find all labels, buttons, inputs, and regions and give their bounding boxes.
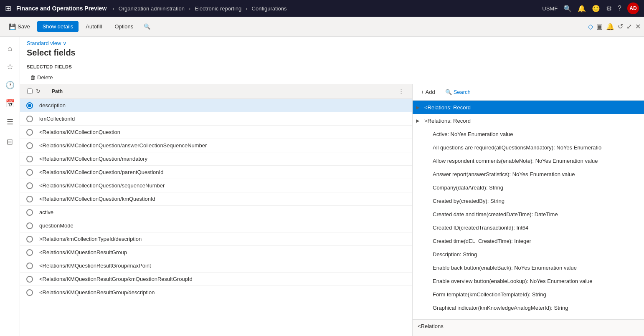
tree-item-label: Company(dataAreaId): String — [433, 184, 641, 191]
right-panel-footer: <Relations — [413, 319, 644, 336]
header-checkbox[interactable] — [27, 88, 33, 94]
settings-icon[interactable]: ⚙ — [606, 5, 612, 13]
page-header: Standard view ∨ Select fields — [20, 37, 644, 63]
diamond-icon[interactable]: ◇ — [588, 23, 593, 30]
delete-button[interactable]: 🗑 Delete — [27, 73, 56, 82]
tree-item-12[interactable]: Enable back button(enableBack): NoYes En… — [413, 261, 644, 274]
radio-indicator — [26, 102, 33, 109]
close-icon[interactable]: ✕ — [635, 23, 641, 30]
autofill-button[interactable]: Autofill — [80, 21, 107, 32]
avatar[interactable]: AD — [627, 3, 639, 14]
sidebar-home-icon[interactable]: ⌂ — [2, 40, 18, 57]
tree-item-label: Allow respondent comments(enableNote): N… — [433, 158, 641, 164]
search-button[interactable]: 🔍 Search — [442, 87, 474, 97]
table-row[interactable]: <Relations/KMQuestionResultGroup/maxPoin… — [20, 259, 412, 273]
grid-icon[interactable]: ⊞ — [5, 4, 11, 13]
tree-item-16[interactable]: Modified by(modifiedBy): String — [413, 314, 644, 319]
tree-item-3[interactable]: All questions are required(allQuestionsM… — [413, 141, 644, 154]
row-radio-14[interactable] — [23, 289, 36, 296]
row-radio-12[interactable] — [23, 263, 36, 269]
chevron-icon: ▶ — [416, 118, 424, 124]
help-icon[interactable]: ? — [618, 5, 621, 12]
tree-item-label: Active: NoYes Enumeration value — [433, 131, 641, 137]
table-body: descriptionkmCollectionId<Relations/KMCo… — [20, 99, 412, 336]
radio-indicator — [26, 196, 33, 202]
layout-icon[interactable]: ▣ — [596, 23, 603, 30]
table-row[interactable]: questionMode — [20, 219, 412, 232]
save-icon: 💾 — [9, 23, 16, 30]
toolbar-search-input[interactable] — [152, 23, 222, 30]
sidebar-calendar-icon[interactable]: 📅 — [2, 95, 18, 112]
row-radio-8[interactable] — [23, 209, 36, 216]
add-button[interactable]: + Add — [418, 87, 439, 97]
tree-item-1[interactable]: ▶>Relations: Record — [413, 114, 644, 127]
tree-item-6[interactable]: Company(dataAreaId): String — [413, 181, 644, 194]
row-radio-7[interactable] — [23, 196, 36, 202]
row-radio-1[interactable] — [23, 116, 36, 122]
row-radio-6[interactable] — [23, 182, 36, 189]
tree-item-9[interactable]: Created ID(createdTransactionId): Int64 — [413, 221, 644, 234]
tree-item-label: Enable overview button(enableLookup): No… — [433, 278, 641, 284]
table-row[interactable]: <Relations/KMCollectionQuestion/mandator… — [20, 152, 412, 166]
table-row[interactable]: <Relations/KMCollectionQuestion/parentQu… — [20, 166, 412, 179]
refresh-col-icon[interactable]: ↻ — [36, 88, 48, 94]
chevron-icon: ▶ — [416, 105, 424, 110]
refresh-icon[interactable]: ↺ — [618, 23, 623, 30]
column-menu-icon[interactable]: ⋮ — [398, 88, 408, 94]
table-row[interactable]: <Relations/KMCollectionQuestion — [20, 126, 412, 139]
row-radio-10[interactable] — [23, 236, 36, 243]
row-radio-13[interactable] — [23, 276, 36, 283]
tree-item-10[interactable]: Created time(dEL_CreatedTime): Integer — [413, 234, 644, 248]
row-radio-11[interactable] — [23, 249, 36, 256]
sidebar-list-icon[interactable]: ☰ — [2, 114, 18, 130]
tree-item-15[interactable]: Graphical indicator(kmKnowledgeAnalogMet… — [413, 301, 644, 314]
table-row[interactable]: active — [20, 206, 412, 219]
table-row[interactable]: <Relations/KMCollectionQuestion/kmQuesti… — [20, 192, 412, 206]
options-button[interactable]: Options — [109, 21, 139, 32]
notification-badge-icon[interactable]: 🔔 — [606, 23, 614, 30]
table-row[interactable]: <Relations/KMQuestionResultGroup — [20, 246, 412, 259]
table-row[interactable]: <Relations/KMQuestionResultGroup/descrip… — [20, 286, 412, 299]
tree-item-4[interactable]: Allow respondent comments(enableNote): N… — [413, 154, 644, 167]
tree-item-13[interactable]: Enable overview button(enableLookup): No… — [413, 274, 644, 288]
tree-item-7[interactable]: Created by(createdBy): String — [413, 194, 644, 207]
radio-indicator — [26, 142, 33, 149]
table-row[interactable]: <Relations/KMCollectionQuestion/answerCo… — [20, 139, 412, 152]
emoji-icon[interactable]: 🙂 — [592, 5, 600, 13]
path-cell: description — [36, 102, 408, 109]
table-row[interactable]: <Relations/KMQuestionResultGroup/kmQuest… — [20, 273, 412, 286]
row-radio-9[interactable] — [23, 222, 36, 229]
breadcrumb-er[interactable]: Electronic reporting — [195, 5, 241, 12]
tree-item-14[interactable]: Form template(kmCollectionTemplateId): S… — [413, 288, 644, 301]
sidebar-filter-icon[interactable]: ⊟ — [2, 134, 18, 150]
table-row[interactable]: description — [20, 99, 412, 112]
select-all-checkbox[interactable] — [23, 88, 36, 94]
sidebar-history-icon[interactable]: 🕐 — [2, 77, 18, 93]
tree-item-5[interactable]: Answer report(answerStatistics): NoYes E… — [413, 167, 644, 181]
row-radio-4[interactable] — [23, 156, 36, 162]
table-row[interactable]: kmCollectionId — [20, 112, 412, 126]
row-radio-5[interactable] — [23, 169, 36, 176]
chevron-down-icon: ∨ — [63, 40, 67, 46]
breadcrumb-config[interactable]: Configurations — [252, 5, 287, 12]
show-details-button[interactable]: Show details — [37, 21, 79, 32]
row-radio-3[interactable] — [23, 142, 36, 149]
save-button[interactable]: 💾 Save — [3, 21, 35, 32]
tree-item-8[interactable]: Created date and time(createdDateTime): … — [413, 207, 644, 221]
search-icon[interactable]: 🔍 — [563, 5, 572, 13]
row-radio-0[interactable] — [23, 102, 36, 109]
table-row[interactable]: <Relations/KMCollectionQuestion/sequence… — [20, 179, 412, 192]
view-selector[interactable]: Standard view ∨ — [27, 40, 637, 46]
tree-item-11[interactable]: Description: String — [413, 248, 644, 261]
sidebar-star-icon[interactable]: ☆ — [2, 58, 18, 75]
breadcrumb-org[interactable]: Organization administration — [119, 5, 185, 12]
expand-icon[interactable]: ⤢ — [626, 23, 632, 30]
path-cell: <Relations/KMCollectionQuestion/kmQuesti… — [36, 196, 408, 202]
notification-icon[interactable]: 🔔 — [578, 5, 586, 13]
tree-item-label: Description: String — [433, 251, 641, 258]
table-row[interactable]: >Relations/kmCollectionTypeId/descriptio… — [20, 232, 412, 246]
tree-item-2[interactable]: Active: NoYes Enumeration value — [413, 127, 644, 141]
tree-item-label: Graphical indicator(kmKnowledgeAnalogMet… — [433, 305, 641, 311]
row-radio-2[interactable] — [23, 129, 36, 136]
tree-item-0[interactable]: ▶<Relations: Record — [413, 101, 644, 114]
